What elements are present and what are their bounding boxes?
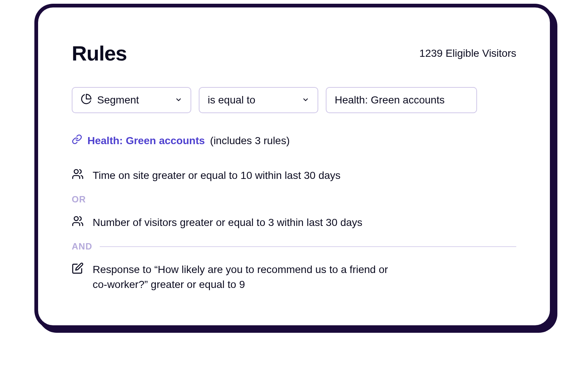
visitors-icon xyxy=(72,215,84,231)
rule-item: Number of visitors greater or equal to 3… xyxy=(72,215,516,231)
pie-chart-icon xyxy=(81,93,92,107)
divider-line xyxy=(100,246,516,247)
rules-card: Rules 1239 Eligible Visitors Segment xyxy=(38,7,550,325)
attribute-select-label: Segment xyxy=(97,94,139,106)
rule-text: Time on site greater or equal to 10 with… xyxy=(93,168,341,183)
edit-square-icon xyxy=(72,262,84,278)
and-connector: AND xyxy=(72,241,516,252)
chevron-down-icon xyxy=(302,94,309,106)
segment-link-row: Health: Green accounts (includes 3 rules… xyxy=(72,134,516,147)
svg-point-0 xyxy=(74,170,78,174)
rule-text: Response to “How likely are you to recom… xyxy=(93,262,392,291)
and-label: AND xyxy=(72,241,92,252)
or-connector: OR xyxy=(72,194,516,205)
value-input[interactable]: Health: Green accounts xyxy=(326,87,477,113)
operator-select[interactable]: is equal to xyxy=(199,87,318,113)
svg-point-1 xyxy=(74,217,78,221)
card-header: Rules 1239 Eligible Visitors xyxy=(72,41,516,65)
or-label: OR xyxy=(72,194,86,205)
link-icon xyxy=(72,134,82,147)
chevron-down-icon xyxy=(175,94,182,106)
page-title: Rules xyxy=(72,41,127,65)
value-input-text: Health: Green accounts xyxy=(335,94,445,106)
rule-item: Response to “How likely are you to recom… xyxy=(72,262,516,291)
segment-link[interactable]: Health: Green accounts xyxy=(87,135,205,147)
rule-selectors: Segment is equal to Health: Green accoun… xyxy=(72,87,516,113)
segment-link-suffix: (includes 3 rules) xyxy=(210,135,290,147)
eligible-visitors-count: 1239 Eligible Visitors xyxy=(420,47,516,59)
eligible-label: Eligible Visitors xyxy=(446,47,516,59)
attribute-select[interactable]: Segment xyxy=(72,87,191,113)
eligible-count: 1239 xyxy=(420,47,443,59)
operator-select-label: is equal to xyxy=(208,94,256,106)
rule-item: Time on site greater or equal to 10 with… xyxy=(72,168,516,184)
rule-text: Number of visitors greater or equal to 3… xyxy=(93,215,362,230)
visitors-icon xyxy=(72,168,84,184)
